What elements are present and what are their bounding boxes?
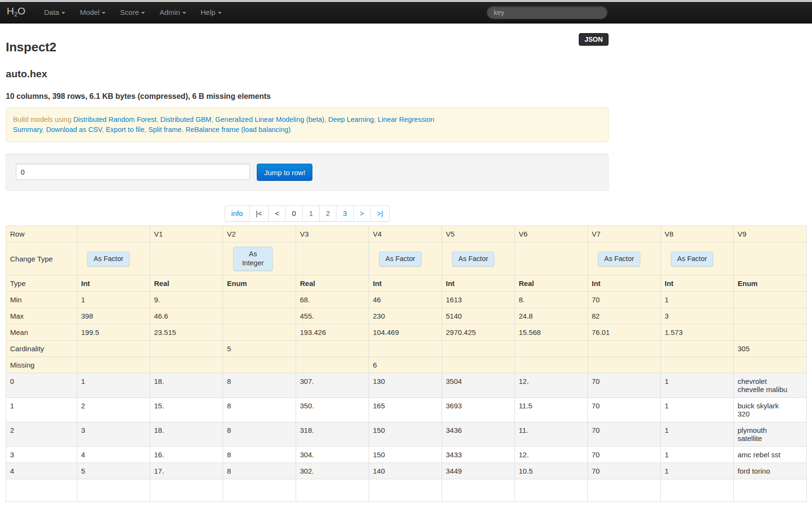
as-factor-button[interactable]: As Factor (671, 251, 713, 266)
stat-cell: Enum (223, 275, 296, 292)
model-link-1[interactable]: Distributed Random Forest (73, 116, 156, 123)
stat-cell: Enum (734, 275, 807, 292)
column-header-row: RowV1V2V3V4V5V6V7V8V9 (6, 226, 807, 242)
nav-menu-help-link[interactable]: Help (193, 2, 229, 23)
stat-cell (296, 341, 369, 357)
build-models-panel: Build models using Distributed Random Fo… (6, 107, 609, 142)
table-cell: 8 (223, 398, 296, 422)
table-cell: 10.5 (515, 463, 588, 479)
table-cell: 15. (150, 398, 223, 422)
as-factor-button[interactable]: As Factor (452, 251, 494, 266)
h2o-logo[interactable]: H2O (7, 0, 25, 25)
search-input[interactable] (487, 6, 608, 19)
stat-cell: 199.5 (77, 324, 150, 341)
pagination-page-1-link[interactable]: 1 (303, 206, 319, 221)
change-type-cell: As Factor (77, 242, 150, 275)
stat-cell (150, 341, 223, 357)
stat-cell (223, 324, 296, 341)
stat-cell: 76.01 (588, 324, 661, 341)
stat-cell: Real (515, 275, 588, 292)
stat-cell: 70 (588, 292, 661, 308)
table-cell: 1 (661, 422, 734, 447)
as-factor-button[interactable]: As Factor (379, 251, 421, 266)
nav-menu-admin: Admin (152, 2, 193, 23)
model-link-4[interactable]: Deep Learning (328, 116, 374, 123)
table-cell: ford torino (734, 463, 807, 479)
pagination-prev-link[interactable]: < (269, 206, 286, 221)
jump-to-row-button[interactable]: Jump to row! (257, 164, 312, 181)
table-cell: 70 (588, 422, 661, 447)
table-cell: plymouth satellite (734, 422, 807, 447)
caret-down-icon (218, 12, 222, 14)
pagination-last: >| (370, 206, 390, 221)
jump-row-input[interactable] (16, 164, 250, 180)
model-link-2[interactable]: Distributed GBM (160, 116, 211, 123)
stat-cell (588, 357, 661, 373)
navbar: H2O DataModelScoreAdminHelp (0, 2, 812, 24)
row-index: 0 (6, 373, 77, 398)
page-title: Inspect2 (6, 40, 57, 55)
nav-menu-score-link[interactable]: Score (113, 2, 152, 23)
nav-menu-model-link[interactable]: Model (72, 2, 113, 23)
json-button[interactable]: JSON (579, 33, 609, 46)
model-link-5[interactable]: Linear Regression (378, 116, 434, 123)
stat-row-mean: Mean199.523.515193.426104.4692970.42515.… (6, 324, 807, 341)
table-cell: 8 (223, 447, 296, 463)
pagination-page-0-link[interactable]: 0 (286, 206, 302, 221)
nav-menus: DataModelScoreAdminHelp (37, 2, 229, 23)
model-link-3[interactable]: Generalized Linear Modeling (beta) (215, 116, 324, 123)
column-header-V6: V6 (515, 226, 588, 242)
change-type-cell: As Integer (223, 242, 296, 275)
action-link-4[interactable]: Split frame (148, 126, 181, 133)
stat-cell (661, 357, 734, 373)
stat-cell: 46.6 (150, 308, 223, 324)
as-factor-button[interactable]: As Factor (598, 251, 640, 266)
stat-cell: 2970.425 (442, 324, 515, 341)
stat-row-min: Min19.68.4616138.701 (6, 292, 807, 308)
stat-cell: 3 (661, 308, 734, 324)
stat-cell: Real (150, 275, 223, 292)
pagination-page-2-link[interactable]: 2 (320, 206, 336, 221)
pagination-last-link[interactable]: >| (371, 206, 390, 221)
change-type-cell: As Factor (661, 242, 734, 275)
stat-cell: 82 (588, 308, 661, 324)
table-cell: 165 (369, 398, 442, 422)
stat-cell (734, 357, 807, 373)
build-models-prefix: Build models using (13, 116, 73, 123)
change-type-cell (515, 242, 588, 275)
action-link-1[interactable]: Summary (13, 126, 42, 133)
table-cell: 8 (223, 373, 296, 398)
pagination-page-3-link[interactable]: 3 (336, 206, 353, 221)
row-index: 4 (6, 463, 77, 479)
action-link-2[interactable]: Download as CSV (46, 126, 102, 133)
table-cell: 17. (150, 463, 223, 479)
table-cell: 1 (661, 373, 734, 398)
nav-menu-admin-link[interactable]: Admin (152, 2, 193, 23)
stat-cell: 8. (515, 292, 588, 308)
table-cell (296, 479, 369, 502)
table-row: 2318.8318.150343611.701plymouth satellit… (6, 422, 807, 447)
table-cell: 140 (369, 463, 442, 479)
nav-menu-data-link[interactable]: Data (37, 2, 73, 23)
pagination-next-link[interactable]: > (354, 206, 370, 221)
as-factor-button[interactable]: As Factor (87, 251, 130, 266)
pagination-first: |< (249, 206, 268, 221)
table-cell: 150 (369, 422, 442, 447)
action-link-3[interactable]: Export to file (106, 126, 144, 133)
table-cell: amc rebel sst (734, 447, 807, 463)
stat-row-max: Max39846.6455.230514024.8823 (6, 308, 807, 324)
stat-label: Cardinality (6, 341, 77, 357)
stat-label: Mean (6, 324, 77, 341)
table-row: 3416.8304.150343312.701amc rebel sst (6, 447, 807, 463)
action-link-5[interactable]: ReBalance frame (load balancing) (185, 126, 290, 133)
table-cell: 16. (150, 447, 223, 463)
pagination-info-link[interactable]: info (225, 206, 249, 221)
pagination-first-link[interactable]: |< (250, 206, 268, 221)
as-integer-button[interactable]: As Integer (233, 247, 273, 271)
stat-cell: 455. (296, 308, 369, 324)
stat-cell: 5140 (442, 308, 515, 324)
table-cell: 3504 (442, 373, 515, 398)
stat-cell: 1 (661, 292, 734, 308)
stat-label: Max (6, 308, 77, 324)
frame-summary: 10 columns, 398 rows, 6.1 KB bytes (comp… (6, 92, 609, 101)
